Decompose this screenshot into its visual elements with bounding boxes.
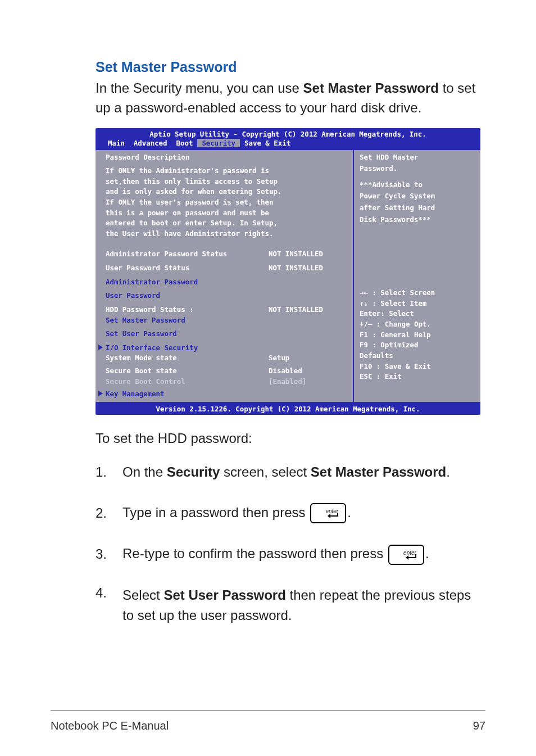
- bios-version: Version 2.15.1226. Copyright (C) 2012 Am…: [96, 403, 480, 415]
- step-text: Type in a password then press: [122, 505, 309, 520]
- bios-admin-status-label: Administrator Password Status: [106, 249, 269, 260]
- bios-help-line: ***Advisable to: [360, 180, 476, 191]
- bios-key-line: F9 : Optimized: [360, 340, 476, 351]
- step-body: Type in a password then press enter.: [122, 503, 485, 524]
- bios-tab-advanced: Advanced: [129, 139, 172, 147]
- bios-key-line: F10 : Save & Exit: [360, 361, 476, 372]
- footer-divider: [51, 710, 485, 711]
- bios-title: Aptio Setup Utility - Copyright (C) 2012…: [96, 128, 480, 139]
- step-text: .: [347, 505, 351, 520]
- bios-desc-line: and is only asked for when entering Setu…: [106, 187, 347, 197]
- bios-hdd-status-label: HDD Password Status :: [106, 305, 269, 315]
- step-text: .: [446, 464, 450, 479]
- enter-key-icon: enter: [388, 545, 424, 565]
- bios-hdd-status-row: HDD Password Status : NOT INSTALLED: [106, 305, 347, 315]
- bios-help-line: Disk Passwords***: [360, 215, 476, 225]
- page-footer: Notebook PC E-Manual 97: [51, 719, 485, 732]
- step-bold: Security: [167, 464, 220, 479]
- bios-key-line: Enter: Select: [360, 309, 476, 319]
- bios-desc-line: If ONLY the user's password is set, then: [106, 197, 347, 208]
- enter-key-icon: enter: [310, 503, 346, 523]
- footer-page-number: 97: [473, 719, 485, 732]
- bios-key-line: Defaults: [360, 351, 476, 361]
- step-text: Re-type to confirm the password then pre…: [122, 546, 387, 561]
- bios-desc-line: the User will have Administrator rights.: [106, 229, 347, 239]
- bios-help-line: Power Cycle System: [360, 191, 476, 202]
- step-4: 4. Select Set User Password then repeat …: [96, 585, 485, 626]
- bios-set-master-password: Set Master Password: [106, 315, 347, 326]
- bios-key-management: Key Management: [106, 389, 347, 400]
- bios-key-line: ↑↓ : Select Item: [360, 298, 476, 309]
- bios-user-status-row: User Password Status NOT INSTALLED: [106, 263, 347, 274]
- bios-key-line: →← : Select Screen: [360, 288, 476, 298]
- bios-key-line: ESC : Exit: [360, 372, 476, 382]
- bios-set-user-password: Set User Password: [106, 329, 347, 339]
- to-set-text: To set the HDD password:: [96, 431, 485, 446]
- step-text: screen, select: [220, 464, 310, 479]
- step-1: 1. On the Security screen, select Set Ma…: [96, 462, 485, 482]
- bios-user-status-value: NOT INSTALLED: [269, 263, 347, 274]
- step-number: 3.: [96, 546, 122, 562]
- bios-io-interface-security: I/O Interface Security: [106, 343, 347, 354]
- section-heading: Set Master Password: [96, 59, 485, 75]
- bios-desc-line: If ONLY the Administrator's password is: [106, 166, 347, 176]
- bios-key-line: F1 : General Help: [360, 330, 476, 341]
- intro-text: In the Security menu, you can use: [96, 80, 303, 96]
- bios-help-line: Password.: [360, 164, 476, 174]
- bios-hdd-status-value: NOT INSTALLED: [269, 305, 347, 315]
- step-body: Select Set User Password then repeat the…: [122, 585, 485, 626]
- bios-desc-line: this is a power on password and must be: [106, 208, 347, 219]
- bios-tabs: Main Advanced Boot Security Save & Exit: [96, 139, 480, 149]
- bios-system-mode-label: System Mode state: [106, 353, 269, 364]
- bios-secure-boot-state-row: Secure Boot state Disabled: [106, 366, 347, 377]
- bios-body: Password Description If ONLY the Adminis…: [96, 149, 480, 403]
- bios-help-line: Set HDD Master: [360, 152, 476, 163]
- bios-right-panel: Set HDD Master Password. ***Advisable to…: [354, 150, 480, 402]
- bios-tab-boot: Boot: [172, 139, 198, 147]
- bios-screenshot: Aptio Setup Utility - Copyright (C) 2012…: [96, 128, 480, 415]
- bios-user-password: User Password: [106, 291, 347, 301]
- bios-desc-line: entered to boot or enter Setup. In Setup…: [106, 218, 347, 229]
- step-number: 1.: [96, 464, 122, 480]
- step-bold: Set Master Password: [311, 464, 446, 479]
- intro-bold: Set Master Password: [303, 80, 439, 96]
- step-text: On the: [122, 464, 167, 479]
- bios-tab-main: Main: [103, 139, 129, 147]
- bios-admin-status-row: Administrator Password Status NOT INSTAL…: [106, 249, 347, 260]
- bios-system-mode-value: Setup: [269, 353, 347, 364]
- step-body: Re-type to confirm the password then pre…: [122, 544, 485, 565]
- bios-desc-line: set,then this only limits access to Setu…: [106, 176, 347, 187]
- bios-left-panel: Password Description If ONLY the Adminis…: [96, 150, 354, 402]
- bios-admin-password: Administrator Password: [106, 277, 347, 288]
- bios-secure-boot-control-row: Secure Boot Control [Enabled]: [106, 377, 347, 387]
- bios-password-description-title: Password Description: [106, 152, 347, 163]
- bios-system-mode-row: System Mode state Setup: [106, 353, 347, 364]
- step-number: 4.: [96, 585, 122, 601]
- bios-key-line: +/— : Change Opt.: [360, 319, 476, 330]
- footer-left: Notebook PC E-Manual: [51, 719, 169, 732]
- step-body: On the Security screen, select Set Maste…: [122, 462, 485, 482]
- step-text: .: [425, 546, 429, 561]
- bios-secure-boot-control-label: Secure Boot Control: [106, 377, 269, 387]
- bios-admin-status-value: NOT INSTALLED: [269, 249, 347, 260]
- bios-secure-boot-state-label: Secure Boot state: [106, 366, 269, 377]
- intro-paragraph: In the Security menu, you can use Set Ma…: [96, 79, 485, 118]
- bios-help-line: after Setting Hard: [360, 203, 476, 214]
- bios-secure-boot-control-value: [Enabled]: [269, 377, 347, 387]
- bios-secure-boot-state-value: Disabled: [269, 366, 347, 377]
- bios-tab-save-exit: Save & Exit: [240, 139, 295, 147]
- step-number: 2.: [96, 505, 122, 521]
- step-3: 3. Re-type to confirm the password then …: [96, 544, 485, 565]
- step-text: Select: [122, 587, 163, 603]
- bios-tab-security: Security: [197, 139, 240, 147]
- step-2: 2. Type in a password then press enter.: [96, 503, 485, 524]
- bios-user-status-label: User Password Status: [106, 263, 269, 274]
- step-bold: Set User Password: [163, 587, 285, 603]
